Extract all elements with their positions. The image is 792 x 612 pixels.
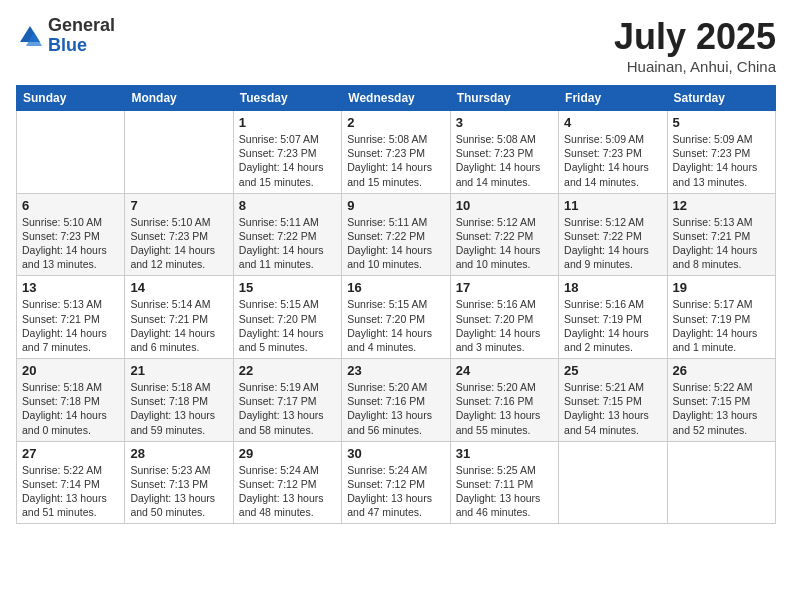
day-cell: 6Sunrise: 5:10 AM Sunset: 7:23 PM Daylig… [17, 193, 125, 276]
day-cell: 11Sunrise: 5:12 AM Sunset: 7:22 PM Dayli… [559, 193, 667, 276]
day-info: Sunrise: 5:18 AM Sunset: 7:18 PM Dayligh… [22, 380, 119, 437]
day-cell: 4Sunrise: 5:09 AM Sunset: 7:23 PM Daylig… [559, 111, 667, 194]
day-number: 2 [347, 115, 444, 130]
day-cell [667, 441, 775, 524]
day-info: Sunrise: 5:22 AM Sunset: 7:14 PM Dayligh… [22, 463, 119, 520]
location: Huainan, Anhui, China [614, 58, 776, 75]
day-cell: 9Sunrise: 5:11 AM Sunset: 7:22 PM Daylig… [342, 193, 450, 276]
day-number: 24 [456, 363, 553, 378]
day-info: Sunrise: 5:07 AM Sunset: 7:23 PM Dayligh… [239, 132, 336, 189]
day-number: 6 [22, 198, 119, 213]
week-row-2: 6Sunrise: 5:10 AM Sunset: 7:23 PM Daylig… [17, 193, 776, 276]
day-cell: 2Sunrise: 5:08 AM Sunset: 7:23 PM Daylig… [342, 111, 450, 194]
day-info: Sunrise: 5:23 AM Sunset: 7:13 PM Dayligh… [130, 463, 227, 520]
day-cell [17, 111, 125, 194]
day-cell: 19Sunrise: 5:17 AM Sunset: 7:19 PM Dayli… [667, 276, 775, 359]
day-cell: 14Sunrise: 5:14 AM Sunset: 7:21 PM Dayli… [125, 276, 233, 359]
day-number: 11 [564, 198, 661, 213]
day-number: 13 [22, 280, 119, 295]
day-number: 19 [673, 280, 770, 295]
month-title: July 2025 [614, 16, 776, 58]
day-number: 26 [673, 363, 770, 378]
day-info: Sunrise: 5:16 AM Sunset: 7:20 PM Dayligh… [456, 297, 553, 354]
logo-general: General [48, 15, 115, 35]
day-info: Sunrise: 5:09 AM Sunset: 7:23 PM Dayligh… [564, 132, 661, 189]
day-info: Sunrise: 5:10 AM Sunset: 7:23 PM Dayligh… [130, 215, 227, 272]
day-number: 1 [239, 115, 336, 130]
day-cell: 27Sunrise: 5:22 AM Sunset: 7:14 PM Dayli… [17, 441, 125, 524]
day-cell: 30Sunrise: 5:24 AM Sunset: 7:12 PM Dayli… [342, 441, 450, 524]
day-number: 30 [347, 446, 444, 461]
day-cell [125, 111, 233, 194]
day-info: Sunrise: 5:12 AM Sunset: 7:22 PM Dayligh… [456, 215, 553, 272]
logo-blue: Blue [48, 35, 87, 55]
day-number: 9 [347, 198, 444, 213]
day-info: Sunrise: 5:16 AM Sunset: 7:19 PM Dayligh… [564, 297, 661, 354]
day-info: Sunrise: 5:15 AM Sunset: 7:20 PM Dayligh… [347, 297, 444, 354]
day-number: 4 [564, 115, 661, 130]
week-row-1: 1Sunrise: 5:07 AM Sunset: 7:23 PM Daylig… [17, 111, 776, 194]
day-info: Sunrise: 5:22 AM Sunset: 7:15 PM Dayligh… [673, 380, 770, 437]
day-number: 5 [673, 115, 770, 130]
day-info: Sunrise: 5:11 AM Sunset: 7:22 PM Dayligh… [239, 215, 336, 272]
day-cell: 7Sunrise: 5:10 AM Sunset: 7:23 PM Daylig… [125, 193, 233, 276]
day-number: 7 [130, 198, 227, 213]
week-row-4: 20Sunrise: 5:18 AM Sunset: 7:18 PM Dayli… [17, 359, 776, 442]
day-info: Sunrise: 5:21 AM Sunset: 7:15 PM Dayligh… [564, 380, 661, 437]
day-cell: 20Sunrise: 5:18 AM Sunset: 7:18 PM Dayli… [17, 359, 125, 442]
col-header-sunday: Sunday [17, 86, 125, 111]
day-info: Sunrise: 5:17 AM Sunset: 7:19 PM Dayligh… [673, 297, 770, 354]
day-cell: 10Sunrise: 5:12 AM Sunset: 7:22 PM Dayli… [450, 193, 558, 276]
day-number: 31 [456, 446, 553, 461]
col-header-friday: Friday [559, 86, 667, 111]
day-cell: 29Sunrise: 5:24 AM Sunset: 7:12 PM Dayli… [233, 441, 341, 524]
day-number: 12 [673, 198, 770, 213]
day-info: Sunrise: 5:19 AM Sunset: 7:17 PM Dayligh… [239, 380, 336, 437]
day-info: Sunrise: 5:08 AM Sunset: 7:23 PM Dayligh… [347, 132, 444, 189]
day-number: 27 [22, 446, 119, 461]
col-header-thursday: Thursday [450, 86, 558, 111]
day-info: Sunrise: 5:20 AM Sunset: 7:16 PM Dayligh… [347, 380, 444, 437]
col-header-tuesday: Tuesday [233, 86, 341, 111]
page-header: General Blue July 2025 Huainan, Anhui, C… [16, 16, 776, 75]
day-number: 18 [564, 280, 661, 295]
col-header-monday: Monday [125, 86, 233, 111]
day-cell: 1Sunrise: 5:07 AM Sunset: 7:23 PM Daylig… [233, 111, 341, 194]
day-info: Sunrise: 5:11 AM Sunset: 7:22 PM Dayligh… [347, 215, 444, 272]
day-cell: 18Sunrise: 5:16 AM Sunset: 7:19 PM Dayli… [559, 276, 667, 359]
week-row-3: 13Sunrise: 5:13 AM Sunset: 7:21 PM Dayli… [17, 276, 776, 359]
day-cell: 5Sunrise: 5:09 AM Sunset: 7:23 PM Daylig… [667, 111, 775, 194]
day-info: Sunrise: 5:15 AM Sunset: 7:20 PM Dayligh… [239, 297, 336, 354]
day-cell: 26Sunrise: 5:22 AM Sunset: 7:15 PM Dayli… [667, 359, 775, 442]
day-cell [559, 441, 667, 524]
day-number: 8 [239, 198, 336, 213]
day-cell: 23Sunrise: 5:20 AM Sunset: 7:16 PM Dayli… [342, 359, 450, 442]
col-header-wednesday: Wednesday [342, 86, 450, 111]
day-number: 15 [239, 280, 336, 295]
day-info: Sunrise: 5:24 AM Sunset: 7:12 PM Dayligh… [239, 463, 336, 520]
day-info: Sunrise: 5:12 AM Sunset: 7:22 PM Dayligh… [564, 215, 661, 272]
day-number: 17 [456, 280, 553, 295]
day-number: 16 [347, 280, 444, 295]
day-info: Sunrise: 5:08 AM Sunset: 7:23 PM Dayligh… [456, 132, 553, 189]
day-info: Sunrise: 5:25 AM Sunset: 7:11 PM Dayligh… [456, 463, 553, 520]
day-cell: 13Sunrise: 5:13 AM Sunset: 7:21 PM Dayli… [17, 276, 125, 359]
logo-icon [16, 22, 44, 50]
week-row-5: 27Sunrise: 5:22 AM Sunset: 7:14 PM Dayli… [17, 441, 776, 524]
day-cell: 16Sunrise: 5:15 AM Sunset: 7:20 PM Dayli… [342, 276, 450, 359]
day-number: 20 [22, 363, 119, 378]
day-number: 3 [456, 115, 553, 130]
day-info: Sunrise: 5:13 AM Sunset: 7:21 PM Dayligh… [22, 297, 119, 354]
day-number: 14 [130, 280, 227, 295]
day-cell: 8Sunrise: 5:11 AM Sunset: 7:22 PM Daylig… [233, 193, 341, 276]
day-cell: 24Sunrise: 5:20 AM Sunset: 7:16 PM Dayli… [450, 359, 558, 442]
day-cell: 31Sunrise: 5:25 AM Sunset: 7:11 PM Dayli… [450, 441, 558, 524]
title-block: July 2025 Huainan, Anhui, China [614, 16, 776, 75]
day-cell: 22Sunrise: 5:19 AM Sunset: 7:17 PM Dayli… [233, 359, 341, 442]
day-info: Sunrise: 5:18 AM Sunset: 7:18 PM Dayligh… [130, 380, 227, 437]
day-number: 10 [456, 198, 553, 213]
day-info: Sunrise: 5:14 AM Sunset: 7:21 PM Dayligh… [130, 297, 227, 354]
day-cell: 21Sunrise: 5:18 AM Sunset: 7:18 PM Dayli… [125, 359, 233, 442]
day-number: 22 [239, 363, 336, 378]
day-number: 25 [564, 363, 661, 378]
